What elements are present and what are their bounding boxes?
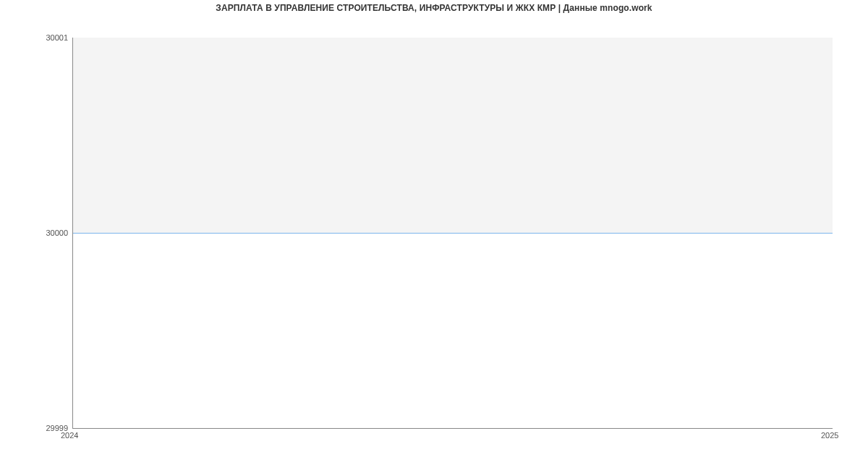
x-tick-label: 2024: [61, 431, 78, 440]
chart-title: ЗАРПЛАТА В УПРАВЛЕНИЕ СТРОИТЕЛЬСТВА, ИНФ…: [0, 3, 868, 13]
series-line-salary: [73, 233, 833, 234]
grid-band-upper: [73, 38, 833, 233]
plot-area: [72, 38, 833, 429]
x-tick-label: 2025: [821, 431, 838, 440]
y-tick-label: 30001: [3, 33, 68, 42]
chart-container: ЗАРПЛАТА В УПРАВЛЕНИЕ СТРОИТЕЛЬСТВА, ИНФ…: [0, 0, 868, 470]
y-tick-label: 29999: [3, 424, 68, 432]
y-tick-label: 30000: [3, 228, 68, 237]
